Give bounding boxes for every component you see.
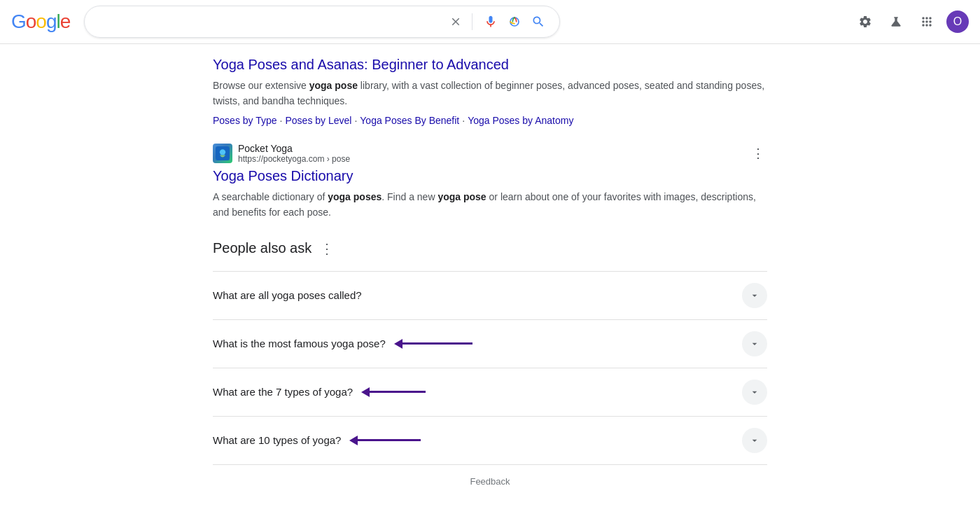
paa-expand-3[interactable] xyxy=(742,380,767,405)
sitelinks: Poses by Type · Poses by Level · Yoga Po… xyxy=(213,115,767,126)
paa-item-4[interactable]: What are 10 types of yoga? xyxy=(213,416,767,465)
arrow-indicator-4 xyxy=(349,436,421,445)
result-2-menu-button[interactable]: ⋮ xyxy=(749,143,767,164)
arrow-indicator-2 xyxy=(394,339,472,349)
sitelink-sep-1: · xyxy=(280,115,283,126)
lens-search-button[interactable] xyxy=(506,13,523,30)
paa-menu-button[interactable]: ⋮ xyxy=(317,237,337,260)
paa-question-row-2: What is the most famous yoga pose? xyxy=(213,338,742,349)
svg-point-2 xyxy=(220,149,225,155)
result-1-title-link[interactable]: Yoga Poses and Asanas: Beginner to Advan… xyxy=(213,55,767,74)
account-avatar-button[interactable]: O xyxy=(946,11,969,33)
main-content: Yoga Poses and Asanas: Beginner to Advan… xyxy=(196,44,784,507)
search-bar: yoga poses xyxy=(84,6,560,38)
labs-button[interactable] xyxy=(885,11,907,33)
search-divider xyxy=(472,13,472,30)
apps-button[interactable] xyxy=(916,11,938,33)
paa-expand-1[interactable] xyxy=(742,283,767,308)
google-logo[interactable]: Google xyxy=(11,11,70,33)
paa-question-3: What are the 7 types of yoga? xyxy=(213,386,353,398)
search-header: Google yoga poses xyxy=(0,0,980,44)
sitelink-poses-by-type[interactable]: Poses by Type xyxy=(213,115,277,126)
result-2-description: A searchable dictionary of yoga poses. F… xyxy=(213,189,767,221)
paa-expand-4[interactable] xyxy=(742,428,767,453)
source-row: Pocket Yoga https://pocketyoga.com › pos… xyxy=(213,143,767,164)
paa-title: People also ask xyxy=(213,240,312,256)
search-result-1: Yoga Poses and Asanas: Beginner to Advan… xyxy=(213,55,767,126)
clear-search-button[interactable] xyxy=(448,14,463,29)
paa-expand-2[interactable] xyxy=(742,331,767,356)
paa-question-row-1: What are all yoga poses called? xyxy=(213,289,742,301)
source-info: Pocket Yoga https://pocketyoga.com › pos… xyxy=(238,143,350,164)
paa-question-2: What is the most famous yoga pose? xyxy=(213,338,386,349)
source-name: Pocket Yoga xyxy=(238,143,350,154)
search-submit-button[interactable] xyxy=(528,12,548,32)
search-input[interactable]: yoga poses xyxy=(96,15,442,28)
paa-item-2[interactable]: What is the most famous yoga pose? xyxy=(213,319,767,368)
arrow-indicator-3 xyxy=(361,387,426,397)
paa-header: People also ask ⋮ xyxy=(213,237,767,260)
header-right-icons: O xyxy=(854,11,969,33)
voice-search-button[interactable] xyxy=(481,12,500,32)
sitelink-sep-2: · xyxy=(354,115,357,126)
sitelink-poses-by-benefit[interactable]: Yoga Poses By Benefit xyxy=(360,115,459,126)
sitelink-sep-3: · xyxy=(462,115,465,126)
feedback-label: Feedback xyxy=(470,476,510,487)
search-result-2: Pocket Yoga https://pocketyoga.com › pos… xyxy=(213,143,767,221)
feedback-row: Feedback xyxy=(213,465,767,498)
favicon xyxy=(213,144,232,163)
result-1-description: Browse our extensive yoga pose library, … xyxy=(213,78,767,109)
people-also-ask-section: People also ask ⋮ What are all yoga pose… xyxy=(213,237,767,465)
sitelink-poses-by-anatomy[interactable]: Yoga Poses by Anatomy xyxy=(468,115,573,126)
paa-question-row-3: What are the 7 types of yoga? xyxy=(213,386,742,398)
source-url: https://pocketyoga.com › pose xyxy=(238,154,350,164)
paa-question-row-4: What are 10 types of yoga? xyxy=(213,434,742,446)
paa-question-1: What are all yoga poses called? xyxy=(213,289,362,301)
svg-point-0 xyxy=(510,18,519,26)
paa-item-3[interactable]: What are the 7 types of yoga? xyxy=(213,368,767,416)
sitelink-poses-by-level[interactable]: Poses by Level xyxy=(285,115,351,126)
paa-item-1[interactable]: What are all yoga poses called? xyxy=(213,271,767,319)
result-2-title-link[interactable]: Yoga Poses Dictionary xyxy=(213,167,767,185)
paa-question-4: What are 10 types of yoga? xyxy=(213,434,341,446)
settings-button[interactable] xyxy=(854,11,876,33)
